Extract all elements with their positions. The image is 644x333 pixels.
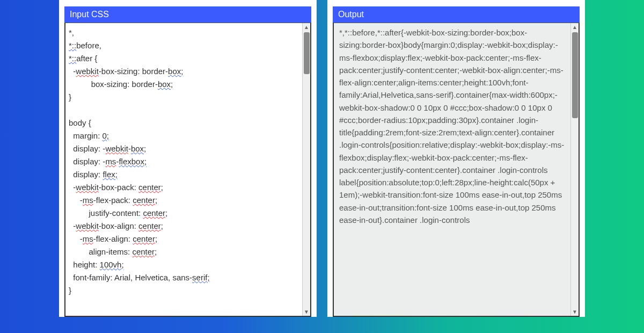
scroll-track-fill xyxy=(571,118,579,308)
scroll-down-icon[interactable]: ▼ xyxy=(303,308,310,316)
output-scrollbar[interactable]: ▲ ▼ xyxy=(570,23,579,316)
output-panel-header: Output xyxy=(333,6,580,23)
output-code-area[interactable]: *,*::before,*::after{-webkit-box-sizing:… xyxy=(334,23,570,316)
input-scrollbar[interactable]: ▲ ▼ xyxy=(302,23,310,316)
input-code-area[interactable]: *,*::before,*::after { -webkit-box-sizin… xyxy=(65,23,302,316)
scroll-up-icon[interactable]: ▲ xyxy=(303,23,310,31)
scroll-thumb[interactable] xyxy=(304,32,310,74)
input-panel-header: Input CSS xyxy=(64,6,311,23)
scroll-thumb[interactable] xyxy=(572,32,578,118)
scroll-track-fill xyxy=(303,74,310,308)
input-editor[interactable]: *,*::before,*::after { -webkit-box-sizin… xyxy=(64,23,311,317)
scroll-down-icon[interactable]: ▼ xyxy=(571,308,579,316)
output-panel: Output *,*::before,*::after{-webkit-box-… xyxy=(327,0,585,317)
output-viewer: *,*::before,*::after{-webkit-box-sizing:… xyxy=(333,23,580,317)
scroll-up-icon[interactable]: ▲ xyxy=(571,23,579,31)
input-panel: Input CSS *,*::before,*::after { -webkit… xyxy=(59,0,317,317)
app-root: Input CSS *,*::before,*::after { -webkit… xyxy=(0,0,644,333)
